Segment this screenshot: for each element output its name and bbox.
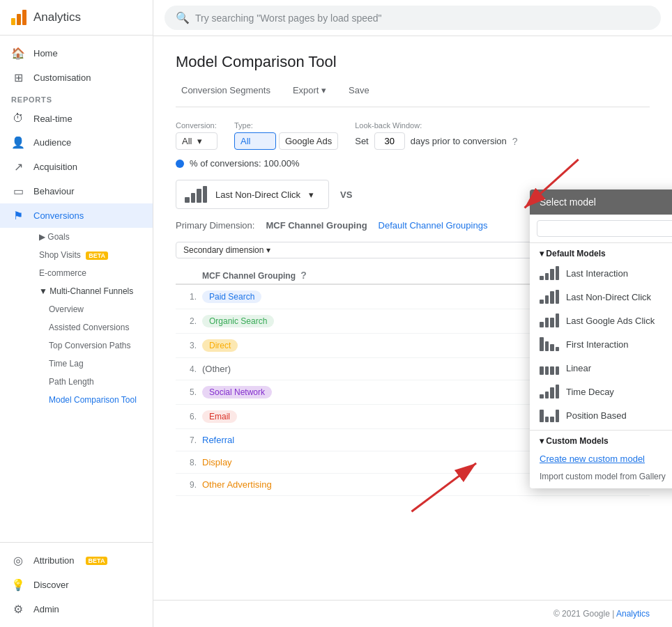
channel-paid-search[interactable]: Paid Search xyxy=(202,291,261,303)
channel-social-network[interactable]: Social Network xyxy=(202,386,272,398)
model-a-label: Last Non-Direct Click xyxy=(215,189,300,200)
sidebar-child-multi-channel[interactable]: ▼ Multi-Channel Funnels xyxy=(0,282,153,300)
sidebar-item-audience[interactable]: 👤 Audience xyxy=(0,130,153,155)
last-interaction-icon xyxy=(540,266,559,280)
channel-other-advertising[interactable]: Other Advertising xyxy=(202,479,272,490)
sidebar-item-behaviour[interactable]: ▭ Behaviour xyxy=(0,179,153,203)
model-icon-bar-1 xyxy=(185,197,190,203)
channel-display[interactable]: Display xyxy=(202,457,232,467)
model-linear[interactable]: Linear ⧉ xyxy=(530,356,672,380)
model-a-icon xyxy=(185,186,207,203)
realtime-icon: ⏱ xyxy=(11,112,25,125)
row-num-5: 5. xyxy=(176,387,197,397)
last-non-direct-icon xyxy=(540,290,559,304)
lookback-help-icon[interactable]: ? xyxy=(512,136,518,147)
sidebar-child-time-lag[interactable]: Time Lag xyxy=(0,355,153,373)
audience-label: Audience xyxy=(33,137,71,148)
model-last-non-direct[interactable]: Last Non-Direct Click ⧉ xyxy=(530,285,672,309)
topbar: 🔍 Try searching "Worst pages by load spe… xyxy=(153,0,672,36)
sidebar-bottom: ◎ Attribution BETA 💡 Discover ⚙ Admin xyxy=(0,542,153,627)
dropdown-search-input[interactable] xyxy=(537,220,672,237)
sidebar-item-attribution[interactable]: ◎ Attribution BETA xyxy=(0,548,153,573)
sidebar-child-shop-visits[interactable]: Shop Visits BETA xyxy=(0,246,153,264)
sidebar-item-home[interactable]: 🏠 Home xyxy=(0,41,153,65)
import-custom-model-text[interactable]: Import custom model from Gallery xyxy=(530,469,672,488)
save-btn[interactable]: Save xyxy=(343,82,375,98)
type-all-btn[interactable]: All xyxy=(234,132,276,150)
sidebar-child-model-comparison[interactable]: Model Comparison Tool xyxy=(0,391,153,409)
reports-section-label: REPORTS xyxy=(0,90,153,107)
sidebar: Analytics 🏠 Home ⊞ Customisation REPORTS… xyxy=(0,0,153,627)
conversion-value: All xyxy=(182,136,192,146)
conversions-label: Conversions xyxy=(33,210,84,221)
sidebar-child-goals[interactable]: ▶ Goals xyxy=(0,228,153,246)
conversion-filter-group: Conversion: All ▾ xyxy=(176,121,217,150)
default-models-label: ▾ xyxy=(540,249,546,258)
multi-channel-label: ▼ Multi-Channel Funnels xyxy=(39,286,133,296)
sidebar-item-discover[interactable]: 💡 Discover xyxy=(0,573,153,597)
sidebar-child-path-length[interactable]: Path Length xyxy=(0,373,153,391)
model-icon-bar-3 xyxy=(197,189,201,203)
sidebar-item-admin[interactable]: ⚙ Admin xyxy=(0,597,153,621)
table-help-icon[interactable]: ? xyxy=(300,270,307,281)
shop-visits-label: Shop Visits xyxy=(39,250,81,260)
export-btn[interactable]: Export ▾ xyxy=(287,82,332,98)
model-time-decay[interactable]: Time Decay ⧉ xyxy=(530,380,672,403)
position-based-label: Position Based xyxy=(566,410,627,421)
dropdown-search-row: 🔍 xyxy=(530,215,672,243)
sidebar-child-overview[interactable]: Overview xyxy=(0,300,153,318)
time-decay-icon xyxy=(540,385,559,398)
sidebar-item-conversions[interactable]: ⚑ Conversions xyxy=(0,203,153,228)
sidebar-child-assisted-conversions[interactable]: Assisted Conversions xyxy=(0,318,153,336)
channel-direct[interactable]: Direct xyxy=(202,339,238,352)
model-last-interaction[interactable]: Last Interaction ⧉ xyxy=(530,261,672,285)
sidebar-header: Analytics xyxy=(0,0,153,36)
type-google-ads-label: Google Ads xyxy=(285,136,332,146)
assisted-conversions-label: Assisted Conversions xyxy=(49,323,129,332)
home-icon: 🏠 xyxy=(11,47,25,60)
channel-other[interactable]: (Other) xyxy=(202,364,231,374)
logo-bar-1 xyxy=(11,18,15,25)
default-channel-groupings-link[interactable]: Default Channel Groupings xyxy=(379,220,488,231)
model-last-google-ads[interactable]: Last Google Ads Click ⧉ xyxy=(530,309,672,332)
type-google-ads-btn[interactable]: Google Ads xyxy=(279,132,338,150)
channel-organic-search[interactable]: Organic Search xyxy=(202,315,274,327)
overview-label: Overview xyxy=(49,304,84,314)
primary-dimension-value: MCF Channel Grouping xyxy=(266,220,367,231)
percent-label: % of conversions: 100.00% xyxy=(190,158,300,169)
search-placeholder: Try searching "Worst pages by load speed… xyxy=(195,13,382,24)
row-num-4: 4. xyxy=(176,364,197,374)
model-a-chevron-icon: ▾ xyxy=(309,189,314,200)
type-filter-group: Type: All Google Ads xyxy=(234,121,338,150)
lookback-days-input[interactable] xyxy=(374,132,405,150)
time-lag-label: Time Lag xyxy=(49,359,84,369)
model-icon-bar-4 xyxy=(203,186,208,203)
channel-email[interactable]: Email xyxy=(202,410,237,423)
conversion-label: Conversion: xyxy=(176,121,217,130)
conversion-select[interactable]: All ▾ xyxy=(176,132,217,150)
realtime-label: Real-time xyxy=(33,114,72,124)
conversion-segments-btn[interactable]: Conversion Segments xyxy=(176,82,276,98)
audience-icon: 👤 xyxy=(11,136,25,149)
default-models-title: ▾ Default Models xyxy=(530,243,672,261)
linear-icon xyxy=(540,361,559,375)
sidebar-child-top-conversion-paths[interactable]: Top Conversion Paths xyxy=(0,336,153,355)
ecommerce-label: E-commerce xyxy=(39,268,86,278)
position-based-icon xyxy=(540,408,559,422)
model-a-selector[interactable]: Last Non-Direct Click ▾ xyxy=(176,180,329,209)
percent-dot xyxy=(176,160,184,168)
sidebar-item-acquisition[interactable]: ↗ Acquisition xyxy=(0,155,153,179)
analytics-footer-link[interactable]: Analytics xyxy=(616,609,650,619)
model-first-interaction[interactable]: First Interaction ⧉ xyxy=(530,332,672,356)
row-num-2: 2. xyxy=(176,316,197,326)
behaviour-icon: ▭ xyxy=(11,185,25,198)
row-num-6: 6. xyxy=(176,412,197,421)
secondary-dim-label: Secondary dimension ▾ xyxy=(183,245,270,255)
sidebar-item-realtime[interactable]: ⏱ Real-time xyxy=(0,107,153,130)
search-bar[interactable]: 🔍 Try searching "Worst pages by load spe… xyxy=(165,6,661,30)
create-custom-model-link[interactable]: Create new custom model xyxy=(530,449,672,469)
sidebar-item-customisation[interactable]: ⊞ Customisation xyxy=(0,65,153,90)
sidebar-child-ecommerce[interactable]: E-commerce xyxy=(0,264,153,282)
model-position-based[interactable]: Position Based ⧉ xyxy=(530,403,672,427)
channel-referral[interactable]: Referral xyxy=(202,435,234,445)
